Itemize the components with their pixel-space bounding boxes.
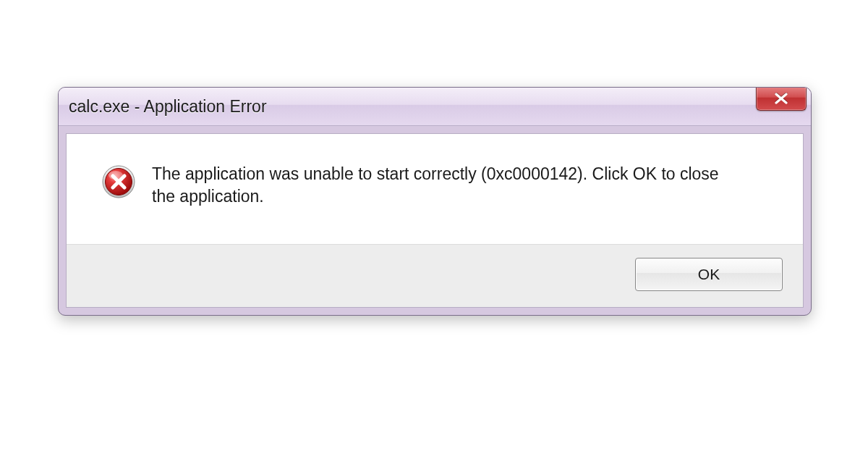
dialog-content: The application was unable to start corr…: [67, 134, 803, 244]
error-icon: [101, 164, 136, 202]
error-message: The application was unable to start corr…: [152, 163, 745, 208]
viewport: calc.exe - Application Error: [0, 0, 868, 454]
close-button[interactable]: [756, 87, 807, 111]
error-dialog: calc.exe - Application Error: [58, 87, 812, 316]
dialog-frame: The application was unable to start corr…: [66, 133, 804, 308]
window-title: calc.exe - Application Error: [69, 97, 801, 117]
close-icon: [772, 93, 791, 104]
button-row: OK: [67, 244, 803, 307]
ok-button[interactable]: OK: [635, 258, 783, 291]
titlebar[interactable]: calc.exe - Application Error: [59, 88, 811, 126]
